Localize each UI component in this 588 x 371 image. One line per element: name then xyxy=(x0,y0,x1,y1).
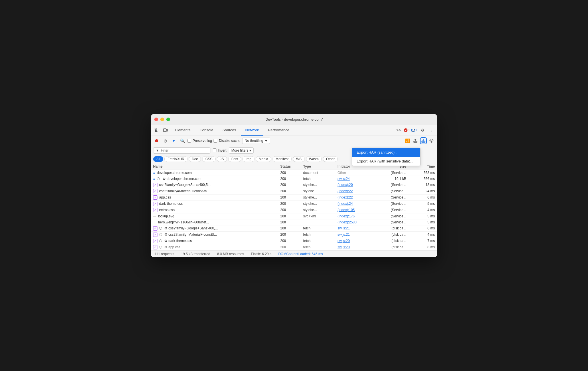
css-icon: ✓ xyxy=(153,208,157,212)
row-name: ✓ ⚙ css2?family=Material+Icons&f... xyxy=(153,233,280,237)
invert-label[interactable]: Invert xyxy=(213,148,226,152)
type-btn-manifest[interactable]: Manifest xyxy=(273,156,292,162)
table-row[interactable]: ≡ developer.chrome.com 200 document Othe… xyxy=(151,170,437,176)
table-row[interactable]: ✓ extras.css 200 stylehe... (index):105 … xyxy=(151,207,437,213)
search-button[interactable]: 🔍 xyxy=(179,137,186,144)
svg-rect-1 xyxy=(155,130,157,131)
more-tabs-button[interactable]: >> xyxy=(395,126,402,134)
close-button[interactable] xyxy=(154,118,158,121)
table-row[interactable]: ✓ app.css 200 stylehe... (index):22 (Ser… xyxy=(151,195,437,201)
resources-size: 8.0 MB resources xyxy=(217,252,244,256)
minimize-button[interactable] xyxy=(160,118,164,121)
warn-badge: 💬 1 xyxy=(411,128,418,132)
filter-funnel-icon: ▼ xyxy=(156,148,159,152)
network-table: Name Status Type Initiator Size Time ≡ d… xyxy=(151,163,437,251)
export-har-sensitive-item[interactable]: Export HAR (with sensitive data)... xyxy=(352,157,420,166)
doc-icon: ≡ xyxy=(153,177,155,181)
record-button[interactable]: ⏺ xyxy=(153,137,160,144)
preserve-log-label[interactable]: Preserve log xyxy=(188,139,212,143)
svg-icon: — xyxy=(153,215,156,218)
css-icon: ✓ xyxy=(153,202,157,206)
transferred-size: 19.5 kB transferred xyxy=(181,252,210,256)
table-row[interactable]: ✓ ⚙ css?family=Google+Sans:400,... 200 f… xyxy=(151,225,437,232)
row-name: ✓ dark-theme.css xyxy=(153,202,280,206)
css-icon: ✓ xyxy=(153,233,157,237)
filter-input-container[interactable]: ▼ xyxy=(153,147,210,154)
tab-sources[interactable]: Sources xyxy=(218,125,241,136)
preserve-log-checkbox[interactable] xyxy=(188,139,191,143)
type-btn-js[interactable]: JS xyxy=(217,156,227,162)
svg-rect-0 xyxy=(155,128,157,130)
window-title: DevTools - developer.chrome.com/ xyxy=(265,117,323,122)
row-name: ✓ ⚙ css?family=Google+Sans:400,... xyxy=(153,226,280,231)
clear-button[interactable]: ⊘ xyxy=(162,137,169,144)
filter-icon-btn[interactable]: ▼ xyxy=(170,137,177,144)
row-name: — lockup.svg xyxy=(153,214,280,218)
svg-text:✕: ✕ xyxy=(405,129,407,132)
table-row[interactable]: ✓ css?family=Google+Sans:400,5... 200 st… xyxy=(151,182,437,188)
type-btn-img[interactable]: Img xyxy=(242,156,254,162)
img-icon: ⋯ xyxy=(153,220,156,224)
table-row[interactable]: ✓ css2?family=Material+Icons&fa... 200 s… xyxy=(151,188,437,195)
maximize-button[interactable] xyxy=(166,118,170,121)
doc-icon: ≡ xyxy=(153,171,155,175)
tab-performance[interactable]: Performance xyxy=(263,125,294,136)
table-row[interactable]: ⋯ hero.webp?w=1160&h=608&fet... 200 (ind… xyxy=(151,219,437,225)
tab-console[interactable]: Console xyxy=(195,125,218,136)
device-toggle-icon[interactable] xyxy=(162,126,169,134)
upload-icon[interactable] xyxy=(412,137,419,144)
invert-checkbox[interactable] xyxy=(213,148,216,152)
type-btn-fetch-xhr[interactable]: Fetch/XHR xyxy=(164,156,188,162)
css-icon: ✓ xyxy=(153,245,157,249)
type-btn-ws[interactable]: WS xyxy=(293,156,305,162)
download-har-button[interactable] xyxy=(420,137,427,144)
wifi-icon[interactable]: 📶 xyxy=(404,137,411,144)
type-btn-other[interactable]: Other xyxy=(323,156,338,162)
row-name: ✓ ⚙ dark-theme.css xyxy=(153,239,280,243)
tab-network[interactable]: Network xyxy=(241,125,264,136)
settings-gear-icon[interactable] xyxy=(428,137,435,144)
row-name: ≡ developer.chrome.com xyxy=(153,171,280,175)
main-tab-list: Elements Console Sources Network Perform… xyxy=(170,125,394,136)
more-options-icon[interactable]: ⋮ xyxy=(427,126,435,134)
settings-icon[interactable]: ⚙ xyxy=(419,126,426,134)
disable-cache-label[interactable]: Disable cache xyxy=(214,139,240,143)
type-btn-wasm[interactable]: Wasm xyxy=(306,156,322,162)
type-btn-css[interactable]: CSS xyxy=(202,156,216,162)
row-name: ✓ ⚙ app.css xyxy=(153,245,280,249)
type-btn-media[interactable]: Media xyxy=(256,156,271,162)
error-badge: ✕ 1 xyxy=(404,128,410,132)
table-row[interactable]: ✓ ⚙ css2?family=Material+Icons&f... 200 … xyxy=(151,232,437,238)
filter-text-input[interactable] xyxy=(161,148,204,152)
svg-rect-4 xyxy=(166,129,167,131)
table-row[interactable]: ≡ ⚙ developer.chrome.com 200 fetch sw.js… xyxy=(151,176,437,182)
disable-cache-checkbox[interactable] xyxy=(214,139,217,143)
network-controls-toolbar: ⏺ ⊘ ▼ 🔍 Preserve log Disable cache No th… xyxy=(151,136,437,146)
table-row[interactable]: ✓ ⚙ app.css 200 fetch sw.js:20 (disk ca.… xyxy=(151,244,437,251)
more-filters-button[interactable]: More filters ▾ xyxy=(229,147,254,154)
top-toolbar: Elements Console Sources Network Perform… xyxy=(151,125,437,136)
dom-content-loaded: DOMContentLoaded: 645 ms xyxy=(278,252,323,256)
table-row[interactable]: ✓ ⚙ dark-theme.css 200 fetch sw.js:20 (d… xyxy=(151,238,437,244)
inspect-element-icon[interactable] xyxy=(153,126,161,134)
window-controls xyxy=(154,118,170,121)
throttle-selector[interactable]: No throttling ▼ xyxy=(242,138,271,144)
col-status: Status xyxy=(280,164,303,168)
status-bar: 111 requests 19.5 kB transferred 8.0 MB … xyxy=(151,251,437,257)
export-har-dropdown: Export HAR (sanitized)... Export HAR (wi… xyxy=(352,148,421,166)
svg-text:💬: 💬 xyxy=(412,129,415,132)
type-btn-font[interactable]: Font xyxy=(228,156,241,162)
svg-rect-3 xyxy=(163,129,166,132)
tab-elements[interactable]: Elements xyxy=(170,125,195,136)
table-row[interactable]: ✓ dark-theme.css 200 stylehe... (index):… xyxy=(151,201,437,207)
title-bar: DevTools - developer.chrome.com/ xyxy=(151,114,437,125)
toolbar-right-controls: 📶 xyxy=(404,137,435,144)
css-icon: ✓ xyxy=(153,189,157,193)
table-row[interactable]: — lockup.svg 200 svg+xml (index):176 (Se… xyxy=(151,213,437,219)
type-btn-doc[interactable]: Doc xyxy=(189,156,201,162)
export-har-sanitized-item[interactable]: Export HAR (sanitized)... xyxy=(352,148,420,157)
row-name: ✓ css?family=Google+Sans:400,5... xyxy=(153,183,280,187)
type-btn-all[interactable]: All xyxy=(153,156,163,162)
col-name: Name xyxy=(153,164,280,168)
devtools-content: Elements Console Sources Network Perform… xyxy=(151,125,437,257)
